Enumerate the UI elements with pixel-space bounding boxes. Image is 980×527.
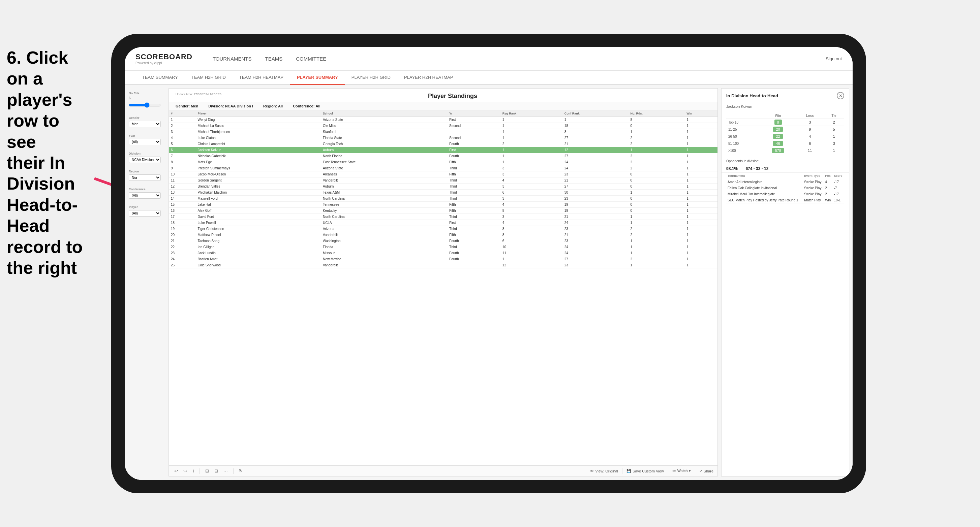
cell-player: Mats Ege — [196, 159, 321, 165]
cell-rds: 2 — [628, 165, 685, 171]
table-row[interactable]: 2 Michael La Sasso Ole Miss Second 1 18 … — [169, 123, 718, 129]
redo-button[interactable]: ↪ — [182, 468, 188, 474]
tournament-cell-type: Stroke Play — [803, 185, 824, 191]
col-num: # — [169, 110, 196, 117]
table-row[interactable]: 4 Luke Claton Florida State Second 1 27 … — [169, 135, 718, 141]
table-row[interactable]: 10 Jacob Mou-Olesen Arkansas Fifth 3 23 … — [169, 171, 718, 178]
cell-win: 1 — [684, 208, 718, 214]
cell-yr: Fifth — [447, 159, 500, 165]
h2h-cell-win: 8 — [760, 119, 796, 126]
cell-yr: Second — [447, 135, 500, 141]
table-row[interactable]: 15 Jake Hall Tennessee Fifth 4 19 0 1 — [169, 202, 718, 208]
table-row[interactable]: 14 Maxwell Ford North Carolina Third 3 2… — [169, 196, 718, 202]
watch-button[interactable]: 👁 Watch ▾ — [672, 469, 691, 473]
cell-conf: 27 — [562, 153, 628, 159]
more-options-button[interactable]: ⋯ — [222, 468, 229, 474]
share-button[interactable]: ↗ Share — [699, 469, 713, 473]
cell-rds: 1 — [628, 262, 685, 268]
tab-player-h2h-grid[interactable]: PLAYER H2H GRID — [345, 71, 397, 85]
nav-sign-out[interactable]: Sign out — [826, 56, 842, 61]
cell-school: Georgia Tech — [321, 141, 447, 147]
save-custom-button[interactable]: 💾 Save Custom View — [627, 469, 664, 473]
cell-school: Auburn — [321, 147, 447, 153]
cell-school: Arizona State — [321, 165, 447, 171]
cell-conf: 19 — [562, 202, 628, 208]
table-row[interactable]: 23 Jack Lundin Missouri Fourth 11 24 1 1 — [169, 250, 718, 256]
col-h2h-tie: Tie — [824, 113, 844, 119]
cell-yr: First — [447, 220, 500, 226]
table-row[interactable]: 19 Tiger Christensen Arizona Third 8 23 … — [169, 226, 718, 232]
cell-reg: 6 — [500, 190, 562, 196]
cell-player: Ian Gilligan — [196, 244, 321, 250]
cell-conf: 23 — [562, 196, 628, 202]
cell-conf: 23 — [562, 171, 628, 178]
table-row[interactable]: 12 Brendan Valles Auburn Third 3 27 0 1 — [169, 184, 718, 190]
cell-reg: 2 — [500, 141, 562, 147]
cell-player: Phichaksn Maichon — [196, 190, 321, 196]
sidebar-year: Year (All) — [129, 134, 161, 145]
cell-school: North Carolina — [321, 196, 447, 202]
cell-yr: Fifth — [447, 171, 500, 178]
cell-reg: 8 — [500, 226, 562, 232]
cell-num: 24 — [169, 256, 196, 262]
conference-select[interactable]: (All) — [129, 192, 161, 199]
copy-button[interactable]: ⊞ — [204, 468, 210, 474]
col-win: Win — [684, 110, 718, 117]
tab-team-h2h-grid[interactable]: TEAM H2H GRID — [185, 71, 232, 85]
cell-reg: 1 — [500, 117, 562, 123]
table-row[interactable]: 18 Luke Powell UCLA First 4 24 1 1 — [169, 220, 718, 226]
table-row[interactable]: 13 Phichaksn Maichon Texas A&M Third 6 3… — [169, 190, 718, 196]
table-row[interactable]: 3 Michael Thorbjornsen Stanford 1 8 1 1 — [169, 129, 718, 135]
view-original-button[interactable]: 👁 View: Original — [590, 469, 618, 473]
cell-conf: 21 — [562, 214, 628, 220]
paste-button[interactable]: ⊟ — [213, 468, 220, 474]
share-icon: ↗ — [699, 469, 702, 473]
gender-select[interactable]: Men — [129, 121, 161, 127]
cell-school: Vanderbilt — [321, 178, 447, 184]
cell-yr: Third — [447, 184, 500, 190]
table-row[interactable]: 5 Christo Lamprecht Georgia Tech Fourth … — [169, 141, 718, 147]
table-row[interactable]: 11 Gordon Sargent Vanderbilt Third 4 21 … — [169, 178, 718, 184]
cell-reg: 3 — [500, 196, 562, 202]
cell-num: 3 — [169, 129, 196, 135]
tab-team-summary[interactable]: TEAM SUMMARY — [135, 71, 185, 85]
cell-win: 1 — [684, 190, 718, 196]
nav-tournaments[interactable]: TOURNAMENTS — [213, 54, 252, 63]
undo-button[interactable]: ↩ — [173, 468, 179, 474]
division-select[interactable]: NCAA Division I — [129, 157, 161, 163]
cell-conf: 30 — [562, 190, 628, 196]
cell-rds: 0 — [628, 184, 685, 190]
tab-team-h2h-heatmap[interactable]: TEAM H2H HEATMAP — [232, 71, 290, 85]
table-row[interactable]: 25 Cole Sherwood Vanderbilt 12 23 1 1 — [169, 262, 718, 268]
h2h-close-button[interactable]: ✕ — [837, 92, 844, 99]
tab-player-h2h-heatmap[interactable]: PLAYER H2H HEATMAP — [397, 71, 460, 85]
table-row[interactable]: 17 David Ford North Carolina Third 3 21 … — [169, 214, 718, 220]
cell-conf: 24 — [562, 220, 628, 226]
cell-yr: Fourth — [447, 250, 500, 256]
table-row[interactable]: 8 Mats Ege East Tennessee State Fifth 1 … — [169, 159, 718, 165]
cell-reg: 8 — [500, 208, 562, 214]
h2h-panel: In Division Head-to-Head ✕ Jackson Koivu… — [721, 88, 849, 476]
table-row[interactable]: 20 Matthew Riedel Vanderbilt Fifth 8 21 … — [169, 232, 718, 238]
table-row[interactable]: 24 Bastien Amat New Mexico Fourth 1 27 2… — [169, 256, 718, 262]
cell-num: 17 — [169, 214, 196, 220]
table-row[interactable]: 1 Wenyi Ding Arizona State First 1 1 8 1 — [169, 117, 718, 123]
nav-teams[interactable]: TEAMS — [265, 54, 282, 63]
region-select[interactable]: N/a — [129, 175, 161, 181]
table-row[interactable]: 16 Alex Goff Kentucky Fifth 8 19 0 1 — [169, 208, 718, 214]
table-row[interactable]: 22 Ian Gilligan Florida Third 10 24 1 1 — [169, 244, 718, 250]
table-row[interactable]: 7 Nicholas Gabrelcik North Florida Fourt… — [169, 153, 718, 159]
table-row[interactable]: 9 Preston Summerhays Arizona State Third… — [169, 165, 718, 171]
tab-player-summary[interactable]: PLAYER SUMMARY — [290, 71, 345, 85]
nav-committee[interactable]: COMMITTEE — [296, 54, 326, 63]
cell-school: Tennessee — [321, 202, 447, 208]
cell-num: 25 — [169, 262, 196, 268]
cell-player: David Ford — [196, 214, 321, 220]
refresh-button[interactable]: ↻ — [238, 468, 244, 474]
table-row[interactable]: 21 Taehoon Song Washington Fourth 6 23 1… — [169, 238, 718, 244]
year-select[interactable]: (All) — [129, 139, 161, 145]
player-select[interactable]: (All) — [129, 210, 161, 216]
no-rds-slider[interactable] — [129, 102, 161, 109]
forward-button[interactable]: ⟩ — [191, 468, 196, 474]
table-row[interactable]: 6 Jackson Koivun Auburn First 1 12 1 1 — [169, 147, 718, 153]
